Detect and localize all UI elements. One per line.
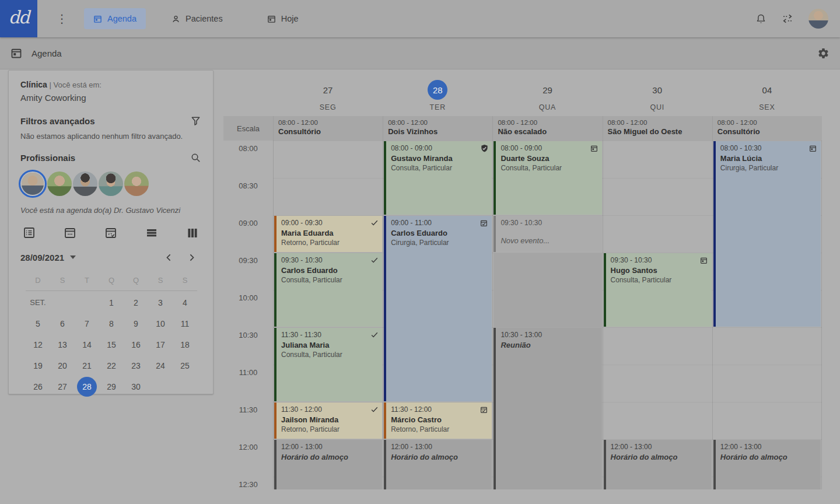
event-time: 08:00 - 09:00 bbox=[501, 144, 591, 152]
minical-day[interactable]: 15 bbox=[99, 334, 124, 355]
search-icon[interactable] bbox=[190, 152, 201, 163]
minical-day[interactable]: 7 bbox=[75, 313, 99, 334]
event-card[interactable]: 12:00 - 13:00Horário do almoço bbox=[604, 440, 712, 489]
time-label: 10:00 bbox=[223, 293, 273, 302]
minical-day[interactable]: 16 bbox=[124, 334, 148, 355]
day-header[interactable]: 28TER bbox=[383, 70, 492, 116]
day-header[interactable]: 30QUI bbox=[603, 70, 712, 116]
minical-day[interactable]: 30 bbox=[124, 376, 148, 397]
minical-day[interactable]: 26 bbox=[26, 376, 50, 397]
escala-place: Dois Vizinhos bbox=[388, 127, 490, 136]
tab-pacientes[interactable]: Pacientes bbox=[162, 8, 232, 29]
event-card[interactable]: 08:00 - 09:00Gustavo MirandaConsulta, Pa… bbox=[384, 141, 492, 215]
day-column[interactable]: 09:30 - 10:30Hugo SantosConsulta, Partic… bbox=[603, 141, 712, 489]
day-column[interactable]: 08:00 - 09:00Duarte SouzaConsulta, Parti… bbox=[492, 141, 602, 489]
day-header[interactable]: 29QUA bbox=[492, 70, 602, 116]
filter-funnel-icon[interactable] bbox=[190, 116, 201, 127]
minical-day[interactable]: 17 bbox=[148, 334, 173, 355]
day-header[interactable]: 27SEG bbox=[273, 70, 383, 116]
event-card[interactable]: 08:00 - 10:30Maria LúciaCirurgia, Partic… bbox=[713, 141, 821, 327]
settings-gear-icon[interactable] bbox=[817, 47, 830, 60]
event-card[interactable]: 09:30 - 10:30Hugo SantosConsulta, Partic… bbox=[604, 253, 712, 327]
tab-agenda[interactable]: Agenda bbox=[84, 8, 146, 29]
event-title: Reunião bbox=[501, 341, 591, 349]
month-view-icon[interactable] bbox=[62, 225, 78, 240]
minical-day[interactable]: 6 bbox=[50, 313, 75, 334]
notifications-bell-icon[interactable] bbox=[755, 13, 766, 24]
event-card[interactable]: 12:00 - 13:00Horário do almoço bbox=[713, 440, 821, 489]
professional-avatar[interactable] bbox=[47, 172, 72, 196]
day-name: QUI bbox=[650, 103, 664, 111]
day-column[interactable]: 08:00 - 09:00Gustavo MirandaConsulta, Pa… bbox=[383, 141, 492, 489]
kebab-menu-icon[interactable]: ⋮ bbox=[55, 0, 69, 37]
minical-day[interactable]: 4 bbox=[173, 292, 197, 313]
date-picker-button[interactable]: 28/09/2021 bbox=[20, 253, 76, 262]
minical-day[interactable]: 21 bbox=[75, 355, 99, 376]
event-title: Horário do almoço bbox=[611, 453, 701, 461]
event-card[interactable]: 09:00 - 11:00Carlos EduardoCirurgia, Par… bbox=[384, 216, 492, 401]
event-check-view-icon[interactable] bbox=[103, 225, 118, 240]
list-view-icon[interactable] bbox=[22, 225, 37, 240]
minical-day[interactable]: 19 bbox=[26, 355, 50, 376]
minical-day[interactable]: 23 bbox=[124, 355, 148, 376]
escala-cell: 08:00 - 12:00Consultório bbox=[273, 116, 383, 141]
event-card[interactable]: 11:30 - 12:00Márcio CastroRetorno, Parti… bbox=[384, 402, 492, 439]
minical-day[interactable]: 29 bbox=[99, 376, 124, 397]
professional-avatar[interactable] bbox=[99, 172, 123, 196]
minical-day[interactable]: 25 bbox=[173, 355, 197, 376]
minical-day[interactable]: 27 bbox=[50, 376, 75, 397]
event-card[interactable]: 11:30 - 12:00Jailson MirandaRetorno, Par… bbox=[274, 402, 382, 439]
user-avatar[interactable] bbox=[808, 9, 828, 29]
event-card[interactable]: 09:00 - 09:30Maria EduardaRetorno, Parti… bbox=[274, 216, 382, 252]
minical-day[interactable]: 20 bbox=[50, 355, 75, 376]
switch-account-transfer-icon[interactable] bbox=[782, 13, 793, 24]
minical-day[interactable]: 24 bbox=[148, 355, 173, 376]
minical-day[interactable]: 12 bbox=[26, 334, 50, 355]
person-icon bbox=[172, 15, 180, 23]
event-card[interactable]: 10:30 - 13:00Reunião bbox=[494, 328, 601, 489]
minical-day[interactable]: 3 bbox=[148, 292, 173, 313]
check-icon bbox=[370, 256, 379, 265]
day-column[interactable]: 08:00 - 10:30Maria LúciaCirurgia, Partic… bbox=[712, 141, 822, 489]
minical-day[interactable]: 10 bbox=[148, 313, 173, 334]
agenda-rows-view-icon[interactable] bbox=[144, 225, 159, 240]
day-header[interactable]: 04SEX bbox=[712, 70, 822, 116]
event-card[interactable]: 12:00 - 13:00Horário do almoço bbox=[274, 440, 382, 489]
minical-day[interactable]: 18 bbox=[173, 334, 197, 355]
event-card[interactable]: 08:00 - 09:00Duarte SouzaConsulta, Parti… bbox=[494, 141, 601, 215]
prev-day-chevron-icon[interactable] bbox=[164, 253, 174, 262]
calendar-icon bbox=[809, 144, 818, 153]
professional-avatar[interactable] bbox=[22, 173, 44, 195]
mini-calendar: DSTQQSS SET.1234567891011121314151617181… bbox=[26, 274, 197, 397]
page-title: Agenda bbox=[32, 48, 62, 58]
tab-hoje[interactable]: Hoje bbox=[258, 8, 308, 29]
minical-day[interactable]: 13 bbox=[50, 334, 75, 355]
event-card[interactable]: 09:30 - 10:30Carlos EduardoConsulta, Par… bbox=[274, 253, 382, 327]
event-card[interactable]: 12:00 - 13:00Horário do almoço bbox=[384, 440, 492, 489]
professional-avatar[interactable] bbox=[73, 172, 97, 196]
minical-day[interactable]: 5 bbox=[26, 313, 50, 334]
event-card[interactable]: 11:30 - 11:30Juliana MariaConsulta, Part… bbox=[274, 328, 382, 401]
agenda-calendar-icon bbox=[10, 47, 22, 59]
columns-view-icon[interactable] bbox=[185, 225, 200, 240]
next-day-chevron-icon[interactable] bbox=[187, 253, 197, 262]
calendar-grid: 08:0008:3009:0009:3010:0010:3011:0011:30… bbox=[223, 141, 822, 489]
minical-day[interactable]: 9 bbox=[124, 313, 148, 334]
minical-day[interactable]: 1 bbox=[99, 292, 124, 313]
event-card[interactable]: 09:30 - 10:30Novo evento... bbox=[494, 216, 601, 252]
minical-day[interactable]: 2 bbox=[124, 292, 148, 313]
minical-weekday: S bbox=[50, 274, 75, 288]
minical-day[interactable]: 22 bbox=[99, 355, 124, 376]
day-column[interactable]: 09:00 - 09:30Maria EduardaRetorno, Parti… bbox=[273, 141, 383, 489]
minical-day[interactable]: 11 bbox=[173, 313, 197, 334]
day-number: 28 bbox=[428, 80, 447, 100]
minical-day[interactable]: 28 bbox=[75, 376, 99, 397]
check-icon bbox=[370, 331, 379, 340]
minical-weekday: Q bbox=[124, 274, 148, 288]
minical-day[interactable]: 8 bbox=[99, 313, 124, 334]
professional-avatar[interactable] bbox=[124, 172, 149, 196]
check-icon bbox=[370, 405, 379, 414]
event-time: 09:00 - 11:00 bbox=[391, 219, 481, 227]
minical-day[interactable]: 14 bbox=[75, 334, 99, 355]
calendar-icon bbox=[93, 15, 102, 23]
